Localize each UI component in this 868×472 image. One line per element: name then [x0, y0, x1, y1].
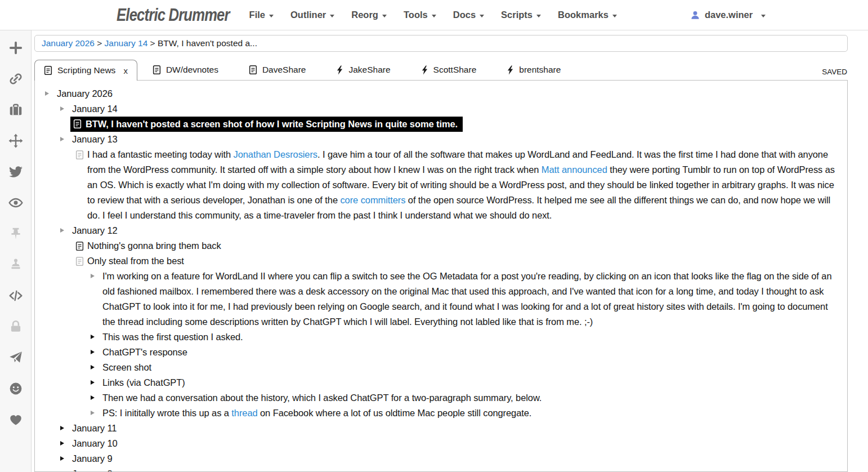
outline-row[interactable]: Links (via ChatGPT) — [35, 375, 839, 390]
heart-icon[interactable] — [7, 411, 24, 428]
outline-row[interactable]: Then we had a conversation about the his… — [35, 390, 839, 406]
wedge-gutter — [60, 436, 72, 446]
headline-text[interactable]: Screen shot — [102, 360, 839, 375]
outline-row[interactable]: January 9 — [35, 451, 839, 466]
headline-text[interactable]: This was the first question I asked. — [102, 329, 839, 345]
outline-row[interactable]: Only steal from the best — [35, 253, 839, 269]
headline-text[interactable]: I had a fantastic meeting today with Jon… — [87, 147, 839, 223]
menu-docs[interactable]: Docs — [453, 10, 484, 20]
move-icon[interactable] — [7, 132, 24, 149]
outline-row[interactable]: January 14 — [35, 101, 839, 117]
lock-icon[interactable] — [7, 318, 24, 335]
headline-text[interactable]: January 14 — [72, 101, 839, 117]
briefcase-icon[interactable] — [7, 101, 24, 118]
outline-row[interactable]: BTW, I haven't posted a screen shot of h… — [35, 117, 839, 132]
menu-tools[interactable]: Tools — [404, 10, 436, 20]
menu-label: File — [249, 10, 265, 20]
headline-text[interactable]: ChatGPT's response — [102, 345, 839, 360]
expand-wedge-icon[interactable] — [60, 228, 64, 233]
headline-text[interactable]: January 11 — [72, 421, 839, 436]
expand-wedge-icon[interactable] — [45, 91, 49, 96]
headline-text[interactable]: Only steal from the best — [87, 253, 839, 269]
expand-wedge-icon[interactable] — [60, 456, 64, 461]
outline-row[interactable]: January 10 — [35, 436, 839, 451]
tab-scripting-news[interactable]: Scripting Newsx — [34, 60, 137, 81]
expand-wedge-icon[interactable] — [60, 426, 64, 430]
wedge-gutter — [91, 345, 102, 354]
expand-wedge-icon[interactable] — [60, 441, 64, 446]
expand-wedge-icon[interactable] — [91, 274, 95, 278]
text-run: BTW, I haven't posted a screen shot of h… — [86, 119, 458, 129]
expand-wedge-icon[interactable] — [91, 350, 95, 354]
user-menu[interactable]: dave.winer — [690, 10, 766, 20]
inline-link[interactable]: Matt announced — [542, 164, 607, 175]
outline-row[interactable]: Nothing's gonna bring them back — [35, 238, 839, 253]
app-logo[interactable]: Electric Drummer — [117, 5, 230, 25]
send-icon[interactable] — [7, 349, 24, 366]
headline-text[interactable]: January 12 — [72, 223, 839, 238]
menu-outliner[interactable]: Outliner — [290, 10, 334, 20]
selected-headline[interactable]: BTW, I haven't posted a screen shot of h… — [70, 117, 463, 132]
menu-label: Reorg — [351, 10, 378, 20]
breadcrumb-item-january-14[interactable]: January 14 — [105, 38, 148, 48]
expand-wedge-icon[interactable] — [60, 106, 64, 111]
headline-text[interactable]: Nothing's gonna bring them back — [87, 238, 839, 253]
close-icon[interactable]: x — [123, 66, 128, 75]
headline-text[interactable]: Links (via ChatGPT) — [102, 375, 839, 390]
wedge-gutter — [60, 421, 72, 430]
tab-dw-devnotes[interactable]: DW/devnotes — [145, 60, 226, 80]
inline-link[interactable]: Jonathan Desrosiers — [234, 149, 317, 159]
headline-text[interactable]: January 13 — [72, 132, 839, 147]
twitter-icon[interactable] — [7, 163, 24, 180]
outline-row[interactable]: January 2026 — [35, 86, 839, 101]
text-run: Screen shot — [102, 362, 151, 372]
outline-row[interactable]: January 13 — [35, 132, 839, 147]
text-run: Links (via ChatGPT) — [102, 377, 185, 388]
outline-row[interactable]: PS: I inititally wrote this up as a thre… — [35, 406, 839, 421]
expand-wedge-icon[interactable] — [91, 411, 95, 415]
outline-row[interactable]: January 8 — [35, 466, 839, 472]
headline-text[interactable]: January 8 — [72, 466, 839, 472]
outline-row[interactable]: I had a fantastic meeting today with Jon… — [35, 147, 839, 223]
inline-link[interactable]: core committers — [340, 195, 405, 205]
outline-row[interactable]: This was the first question I asked. — [35, 329, 839, 345]
menu-bookmarks[interactable]: Bookmarks — [558, 10, 617, 20]
outline-editor[interactable]: January 2026January 14BTW, I haven't pos… — [34, 80, 848, 472]
outline-row[interactable]: I'm working on a feature for WordLand II… — [35, 269, 839, 329]
tab-brentshare[interactable]: brentshare — [499, 60, 569, 80]
headline-text[interactable]: I'm working on a feature for WordLand II… — [102, 269, 839, 329]
inline-link[interactable]: thread — [231, 408, 257, 418]
expand-wedge-icon[interactable] — [91, 365, 95, 369]
headline-text[interactable]: January 9 — [72, 451, 839, 466]
outline-row[interactable]: January 11 — [35, 421, 839, 436]
link-icon[interactable] — [7, 70, 24, 87]
tab-label: ScottShare — [433, 65, 477, 75]
stamp-icon[interactable] — [7, 256, 24, 273]
headline-text[interactable]: January 10 — [72, 436, 839, 451]
expand-wedge-icon[interactable] — [91, 335, 95, 339]
text-run: Only steal from the best — [87, 256, 184, 266]
expand-wedge-icon[interactable] — [60, 137, 64, 141]
headline-text[interactable]: Then we had a conversation about the his… — [102, 390, 839, 406]
text-run: January 11 — [72, 423, 117, 433]
chevron-down-icon — [612, 15, 617, 17]
tab-daveshare[interactable]: DaveShare — [241, 60, 314, 80]
plus-icon[interactable] — [7, 39, 24, 56]
menu-file[interactable]: File — [249, 10, 274, 20]
headline-text[interactable]: January 2026 — [57, 86, 839, 101]
outline-row[interactable]: Screen shot — [35, 360, 839, 375]
smiley-icon[interactable] — [7, 380, 24, 397]
menu-reorg[interactable]: Reorg — [351, 10, 387, 20]
expand-wedge-icon[interactable] — [91, 380, 95, 385]
menu-scripts[interactable]: Scripts — [501, 10, 541, 20]
breadcrumb-item-january-2026[interactable]: January 2026 — [42, 38, 95, 48]
tab-jakeshare[interactable]: JakeShare — [328, 60, 398, 80]
outline-row[interactable]: January 12 — [35, 223, 839, 238]
outline-row[interactable]: ChatGPT's response — [35, 345, 839, 360]
pin-icon[interactable] — [7, 225, 24, 242]
tab-scottshare[interactable]: ScottShare — [413, 60, 485, 80]
code-icon[interactable] — [7, 287, 24, 304]
expand-wedge-icon[interactable] — [91, 395, 95, 400]
headline-text[interactable]: PS: I inititally wrote this up as a thre… — [102, 406, 839, 421]
eye-icon[interactable] — [7, 194, 24, 211]
